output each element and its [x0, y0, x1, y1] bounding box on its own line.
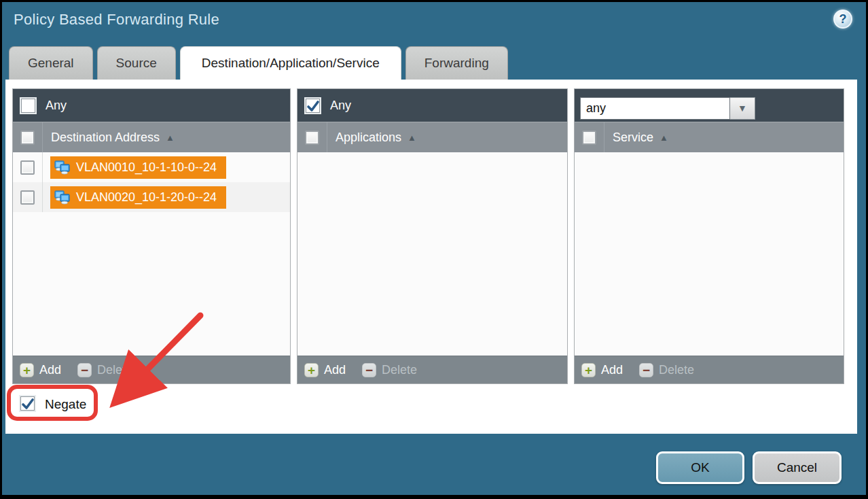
applications-header-row[interactable]: Applications ▲	[297, 122, 567, 152]
tab-source[interactable]: Source	[97, 46, 176, 80]
add-icon: +	[581, 363, 596, 377]
help-glyph: ?	[839, 12, 847, 27]
delete-button[interactable]: − Delete	[362, 363, 417, 377]
network-subnet-icon	[54, 190, 71, 205]
table-row[interactable]: VLAN0010_10-1-10-0--24	[13, 152, 290, 182]
delete-icon: −	[362, 363, 376, 377]
service-header-row[interactable]: Service ▲	[575, 122, 844, 152]
add-label: Add	[39, 363, 61, 377]
add-button[interactable]: + Add	[20, 363, 61, 377]
address-object-chip[interactable]: VLAN0010_10-1-10-0--24	[50, 156, 226, 179]
destination-any-checkbox[interactable]	[20, 97, 37, 114]
cancel-button[interactable]: Cancel	[753, 451, 842, 484]
table-row[interactable]: VLAN0020_10-1-20-0--24	[13, 182, 290, 212]
applications-list	[297, 152, 567, 356]
delete-label: Delete	[659, 363, 694, 377]
add-icon: +	[20, 363, 34, 377]
row-checkbox[interactable]	[20, 190, 35, 205]
add-button[interactable]: + Add	[581, 363, 623, 377]
sort-ascending-icon[interactable]: ▲	[659, 133, 668, 143]
destination-address-header-row[interactable]: Destination Address ▲	[13, 122, 290, 152]
sort-ascending-icon[interactable]: ▲	[408, 133, 416, 143]
check-icon	[306, 101, 320, 113]
tab-bar: General Source Destination/Application/S…	[9, 46, 508, 80]
destination-any-label: Any	[46, 99, 67, 113]
address-object-label: VLAN0020_10-1-20-0--24	[76, 190, 217, 205]
help-icon[interactable]: ?	[833, 10, 852, 29]
tab-forwarding[interactable]: Forwarding	[405, 46, 508, 80]
service-any-bar: any ▼	[575, 89, 844, 122]
chevron-down-icon: ▼	[738, 103, 747, 114]
service-header-label: Service	[613, 131, 653, 145]
service-list	[575, 152, 844, 356]
add-label: Add	[324, 363, 346, 377]
tab-destination-application-service[interactable]: Destination/Application/Service	[180, 46, 401, 80]
applications-footer-bar: + Add − Delete	[297, 356, 567, 383]
red-callout-arrow	[98, 305, 211, 413]
service-dropdown-value[interactable]: any	[580, 97, 730, 120]
ok-button[interactable]: OK	[656, 451, 744, 484]
add-button[interactable]: + Add	[304, 363, 346, 377]
destination-any-bar: Any	[13, 89, 290, 122]
service-select-all-checkbox[interactable]	[582, 131, 596, 145]
tab-general[interactable]: General	[9, 46, 93, 80]
applications-panel: Any Applications ▲ + Add − Delete	[297, 88, 568, 384]
dialog-title: Policy Based Forwarding Rule	[14, 11, 219, 29]
add-label: Add	[601, 363, 623, 377]
service-footer-bar: + Add − Delete	[575, 356, 844, 383]
destination-select-all-checkbox[interactable]	[20, 131, 35, 145]
red-highlight-box	[7, 385, 98, 421]
applications-select-all-checkbox[interactable]	[305, 131, 319, 145]
service-dropdown[interactable]: any ▼	[580, 97, 755, 120]
network-subnet-icon	[54, 160, 71, 175]
service-panel: any ▼ Service ▲ + Add − Delete	[574, 88, 844, 384]
address-object-label: VLAN0010_10-1-10-0--24	[76, 160, 217, 175]
sort-ascending-icon[interactable]: ▲	[166, 133, 175, 143]
delete-icon: −	[77, 363, 92, 377]
address-object-chip[interactable]: VLAN0020_10-1-20-0--24	[50, 186, 226, 209]
delete-label: Delete	[382, 363, 417, 377]
delete-icon: −	[639, 363, 653, 377]
add-icon: +	[304, 363, 319, 377]
row-checkbox[interactable]	[20, 160, 35, 175]
applications-header-label: Applications	[336, 131, 401, 145]
destination-address-header-label: Destination Address	[51, 131, 160, 145]
service-dropdown-button[interactable]: ▼	[730, 97, 755, 120]
delete-button[interactable]: − Delete	[639, 363, 694, 377]
applications-any-label: Any	[330, 99, 351, 113]
applications-any-bar: Any	[297, 89, 567, 122]
applications-any-checkbox[interactable]	[304, 97, 321, 114]
